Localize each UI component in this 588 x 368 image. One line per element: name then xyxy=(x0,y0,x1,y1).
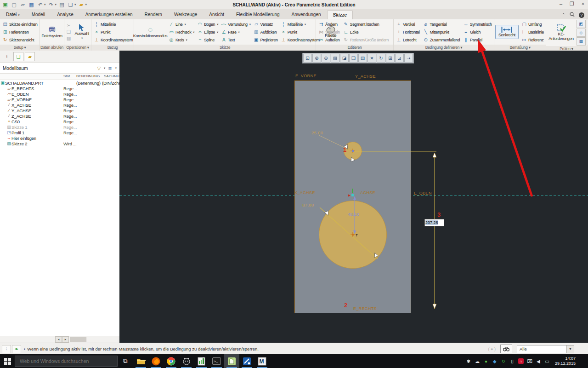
highlight-open-ends-icon[interactable]: ◇ xyxy=(577,29,586,37)
sketch-canvas[interactable]: T ⊡ ⊕ ⊖ ▨ ◪ ❏ ▤ ✕ ↻ ⊞ ⊿ ➝ E_VORNE Y_ACHS… xyxy=(119,51,588,343)
tab-datei[interactable]: Datei ▾ xyxy=(0,10,26,19)
verrundung-button[interactable]: (Verrundung▾ xyxy=(220,20,251,28)
shade-closed-loops-icon[interactable]: ◩ xyxy=(577,20,586,28)
annotation-display-icon[interactable]: ↻ xyxy=(377,54,385,63)
tray-action-center-icon[interactable]: ▭ xyxy=(544,359,550,364)
scrollbar-thumb[interactable] xyxy=(70,337,86,342)
parallel-button[interactable]: ∥Parallel xyxy=(462,36,493,44)
dim-25[interactable]: 25.00 xyxy=(311,130,323,135)
tray-leaf-icon[interactable]: ● xyxy=(483,359,489,364)
ellipse-button[interactable]: ○Ellipse▾ xyxy=(196,28,219,36)
tree-settings-dropdown-icon[interactable]: ▾ xyxy=(115,66,117,70)
aufteilen-button[interactable]: ✂Aufteilen xyxy=(317,36,341,44)
konstruktionsmodus-button[interactable]: ◌ Konstruktionsmodus xyxy=(136,25,165,39)
sketch-orientation-icon[interactable]: ⊿ xyxy=(395,54,404,63)
search-icon[interactable] xyxy=(570,12,575,18)
linie-button[interactable]: ∕Line▾ xyxy=(168,20,195,28)
search-input[interactable] xyxy=(15,358,117,364)
bogen-button[interactable]: ◠Bogen▾ xyxy=(196,20,219,28)
tree-row-hier-einfuegen[interactable]: → Hier einfügen xyxy=(0,135,119,141)
dim-87[interactable]: 87.00 xyxy=(302,202,314,207)
tree-settings-icon[interactable]: ≣ xyxy=(108,66,112,71)
dateisystem-button[interactable]: ⛃ Dateisystem xyxy=(40,25,63,39)
taskbar-firefox[interactable] xyxy=(148,354,164,368)
tray-usb-icon[interactable]: ▯ xyxy=(509,359,515,364)
tree-row-skizze1[interactable]: ▨ Skizze 1Rege... xyxy=(0,124,119,130)
lotrecht-button[interactable]: ⊥Lotrecht xyxy=(395,36,421,44)
koordinatensystem-button[interactable]: ⊥Koordinatensystem xyxy=(280,36,321,44)
taskbar-dark-app[interactable] xyxy=(179,354,194,368)
tab-modell[interactable]: Modell xyxy=(26,10,51,19)
label-e-vorne[interactable]: E_VORNE xyxy=(295,74,317,78)
tray-blue-icon[interactable]: ◆ xyxy=(492,359,498,364)
spline-button[interactable]: ~Spline xyxy=(196,36,219,44)
tree-horizontal-scrollbar[interactable]: ◂ ▸ xyxy=(0,336,119,343)
aendern-button[interactable]: ⇉Ändern xyxy=(317,20,341,28)
full-screen-icon[interactable]: ❧ xyxy=(12,345,21,353)
tree-tab-icon[interactable]: ፧ xyxy=(2,52,12,61)
task-view-button[interactable]: ⧉ xyxy=(118,354,133,368)
taskbar-m-app[interactable]: M xyxy=(254,354,270,368)
punkt-button[interactable]: ×Punkt xyxy=(280,28,321,36)
group-label-operationen[interactable]: Operationen ▾ xyxy=(64,45,91,51)
zoom-in-icon[interactable]: ⊕ xyxy=(312,54,321,63)
ke-anforderungen-button[interactable]: KE-Anforderungen xyxy=(547,23,575,42)
minimize-button[interactable]: – xyxy=(558,1,564,7)
tree-row-y-achse[interactable]: ∕ Y_ACHSERege... xyxy=(0,108,119,113)
spin-center-icon[interactable]: ⊞ xyxy=(386,54,395,63)
tab-ansicht[interactable]: Ansicht xyxy=(203,10,230,19)
taskbar-clock[interactable]: 14:07 29.12.2015 xyxy=(553,356,579,366)
tray-onedrive-icon[interactable]: ☁ xyxy=(475,359,480,364)
taskbar-chrome[interactable] xyxy=(164,354,179,368)
view-manager-icon[interactable]: ▤ xyxy=(358,54,367,63)
umfang-button[interactable]: ▢Umfang xyxy=(520,20,545,28)
label-achse-center[interactable]: ACHSE xyxy=(360,190,375,195)
bezug-koordinatensystem-button[interactable]: ⊥Koordinatensystem xyxy=(93,36,134,44)
tree-row-part[interactable]: ▣ SCHALLWAND.PRT (Benennung) (DIN/Zchn xyxy=(0,80,119,86)
tab-skizze[interactable]: Skizze xyxy=(327,11,353,19)
scroll-left-icon[interactable]: ◂ xyxy=(55,336,62,343)
symmetrisch-button[interactable]: ⇔Symmetrisch xyxy=(462,20,493,28)
tree-column-header[interactable]: Stat... BENENNUNG SACHNU xyxy=(0,73,119,80)
tree-row-profil1[interactable]: ◳ Profil 1Rege... xyxy=(0,130,119,135)
referenz-button[interactable]: ↦Referenz xyxy=(520,36,545,44)
scroll-right-icon[interactable]: ▸ xyxy=(62,336,69,343)
tray-volume-icon[interactable]: ◀ xyxy=(536,359,541,364)
sketch-display-icon[interactable]: ➝ xyxy=(404,54,413,63)
senkrecht-button[interactable]: Senkrecht xyxy=(495,25,519,39)
tree-row-e-oben[interactable]: ▱ E_OBENRege... xyxy=(0,91,119,97)
skizze-einrichten-button[interactable]: ▤Skizze einrichten xyxy=(1,20,38,28)
selection-filter-dropdown[interactable]: Alle ▼ xyxy=(517,345,574,353)
projizieren-button[interactable]: ▣Projizieren xyxy=(253,36,279,44)
tree-row-cs0[interactable]: + CS0Rege... xyxy=(0,119,119,124)
taskbar-terminal[interactable]: >_ xyxy=(209,354,224,368)
layers-tab-icon[interactable]: ❏ xyxy=(13,52,23,61)
maximize-button[interactable]: ❐ xyxy=(569,1,575,7)
start-button[interactable] xyxy=(0,354,15,368)
group-label-bedingung[interactable]: Bedingung definieren ▾ xyxy=(394,45,494,51)
skizzenansicht-button[interactable]: ↻Skizzenansicht xyxy=(1,36,38,44)
rechteck-button[interactable]: ▭Rechteck▾ xyxy=(168,28,195,36)
find-binoculars-icon[interactable] xyxy=(500,345,512,353)
kreis-button[interactable]: ◎Kreis▾ xyxy=(168,36,195,44)
referenzen-button[interactable]: ⊞Referenzen xyxy=(1,28,38,36)
taskbar-creo[interactable] xyxy=(224,354,239,368)
tab-rendern[interactable]: Rendern xyxy=(139,10,168,19)
tray-sync-icon[interactable]: ↻ xyxy=(501,359,506,364)
versatz-button[interactable]: ▱Versatz xyxy=(253,20,279,28)
help-icon[interactable]: ? xyxy=(579,12,584,18)
datum-display-icon[interactable]: ✕ xyxy=(368,54,376,63)
zoom-out-icon[interactable]: ⊖ xyxy=(322,54,330,63)
overlapping-geometry-icon[interactable]: ▦ xyxy=(577,37,586,46)
collapse-ribbon-icon[interactable]: ⌃ xyxy=(562,12,565,17)
taskbar-blue-app[interactable] xyxy=(239,354,254,368)
repaint-icon[interactable]: ▨ xyxy=(331,54,339,63)
tree-row-x-achse[interactable]: ∕ X_ACHSERege... xyxy=(0,102,119,108)
tangential-button[interactable]: ⌀Tangential xyxy=(422,20,461,28)
dimension-value-input[interactable]: 207.28 xyxy=(424,219,444,226)
tree-row-skizze2[interactable]: ▨ Skizze 2Wird ... xyxy=(0,141,119,146)
group-label-bemassung[interactable]: Bemaßung ▾ xyxy=(494,45,546,51)
label-x-achse[interactable]: X_ACHSE xyxy=(294,190,315,195)
horizontal-button[interactable]: +Horizontal xyxy=(395,28,421,36)
tab-anmerkungen[interactable]: Anmerkungen erstellen xyxy=(79,10,139,19)
